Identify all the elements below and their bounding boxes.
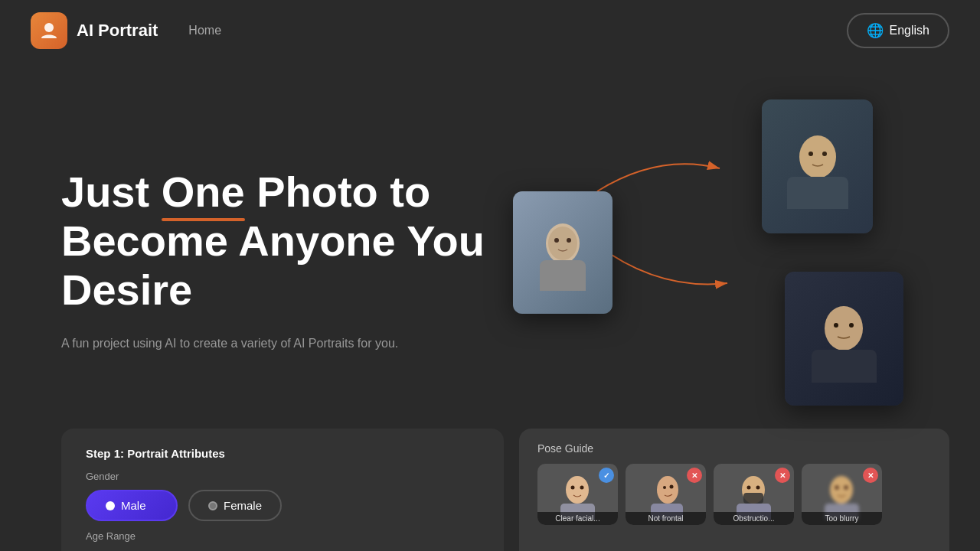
language-button[interactable]: 🌐 English <box>847 13 949 48</box>
pose-badge-cross-3: ✕ <box>775 468 790 483</box>
header: AI Portrait Home 🌐 English <box>0 0 980 61</box>
hero-section: Just One Photo to Become Anyone You Desi… <box>0 61 980 429</box>
svg-point-22 <box>670 484 674 488</box>
pose-card-clear: ✓ Clear facial... <box>537 464 618 525</box>
svg-point-13 <box>834 323 838 328</box>
svg-point-9 <box>808 152 813 156</box>
svg-rect-27 <box>743 493 763 504</box>
pose-label-blurry: Too blurry <box>802 512 882 525</box>
portrait-face-bottom-right <box>785 272 903 406</box>
pose-badge-check-1: ✓ <box>599 468 614 483</box>
svg-point-12 <box>825 306 863 350</box>
svg-rect-7 <box>540 260 586 291</box>
svg-rect-15 <box>812 350 877 383</box>
pose-panel: Pose Guide ✓ Clear facial... <box>519 429 949 551</box>
male-radio-dot <box>106 501 115 510</box>
female-radio-dot <box>208 501 217 510</box>
hero-subtitle: A fun project using AI to create a varie… <box>61 334 490 354</box>
hero-images <box>490 92 919 413</box>
nav-home-link[interactable]: Home <box>188 24 221 37</box>
pose-label-clear: Clear facial... <box>537 512 618 525</box>
logo-icon <box>31 12 67 49</box>
gender-options: Male Female <box>86 490 479 521</box>
age-range-label: Age Range <box>86 530 479 542</box>
svg-point-29 <box>830 476 853 504</box>
portrait-card-top-right <box>762 99 873 233</box>
hero-title-underline: One <box>162 168 245 217</box>
svg-point-21 <box>663 486 666 489</box>
svg-point-8 <box>799 135 836 178</box>
pose-badge-cross-2: ✕ <box>687 468 702 483</box>
svg-point-25 <box>747 485 751 489</box>
gender-label: Gender <box>86 471 479 482</box>
pose-label-obstruction: Obstructio... <box>714 512 794 525</box>
pose-label-not-frontal: Not frontal <box>626 512 706 525</box>
main-nav: Home <box>188 24 221 37</box>
pose-card-obstruction: ✕ Obstructio... <box>714 464 794 525</box>
globe-icon: 🌐 <box>867 22 884 39</box>
svg-point-4 <box>548 227 577 260</box>
female-button[interactable]: Female <box>188 490 282 521</box>
male-button[interactable]: Male <box>86 490 178 521</box>
svg-point-16 <box>566 476 589 504</box>
bottom-section: Step 1: Portrait Attributes Gender Male … <box>0 429 980 551</box>
step-panel: Step 1: Portrait Attributes Gender Male … <box>61 429 504 551</box>
svg-point-26 <box>756 485 760 489</box>
portrait-card-left <box>513 191 612 314</box>
svg-rect-11 <box>787 177 848 209</box>
pose-guide-title: Pose Guide <box>537 442 931 455</box>
svg-point-17 <box>571 485 575 489</box>
language-label: English <box>890 24 929 37</box>
svg-point-10 <box>822 152 827 156</box>
svg-point-20 <box>657 476 678 504</box>
portrait-face-left <box>513 191 612 314</box>
svg-point-30 <box>835 485 839 489</box>
male-label: Male <box>121 499 146 512</box>
step-title: Step 1: Portrait Attributes <box>86 447 479 460</box>
female-label: Female <box>224 499 262 512</box>
portrait-face-top-right <box>762 99 873 233</box>
logo: AI Portrait <box>31 12 158 49</box>
svg-point-14 <box>849 323 854 328</box>
hero-text: Just One Photo to Become Anyone You Desi… <box>61 92 490 413</box>
hero-title: Just One Photo to Become Anyone You Desi… <box>61 168 490 315</box>
svg-point-6 <box>567 238 571 243</box>
portrait-card-bottom-right <box>785 272 903 406</box>
pose-card-not-frontal: ✕ Not frontal <box>626 464 706 525</box>
pose-cards: ✓ Clear facial... ✕ Not frontal <box>537 464 931 525</box>
svg-point-18 <box>580 485 584 489</box>
logo-text: AI Portrait <box>77 21 158 41</box>
pose-badge-cross-4: ✕ <box>863 468 878 483</box>
svg-point-0 <box>44 23 54 32</box>
pose-card-blurry: ✕ Too blurry <box>802 464 882 525</box>
svg-point-5 <box>554 238 559 243</box>
svg-point-31 <box>844 485 848 489</box>
